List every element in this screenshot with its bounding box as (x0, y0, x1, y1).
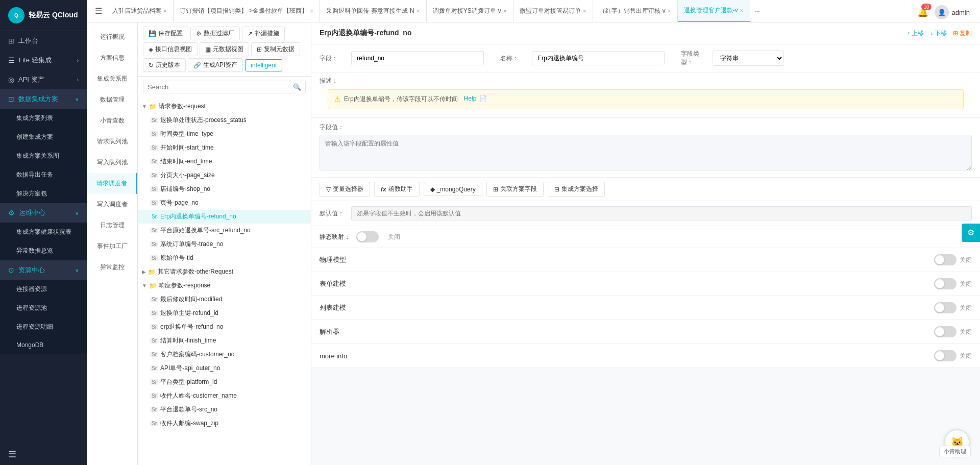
tree-node-response[interactable]: ▼ 📁 响应参数-response (138, 279, 311, 292)
help-link[interactable]: Help (464, 95, 477, 102)
field-display-name-input[interactable] (532, 51, 665, 65)
nav-data-management[interactable]: 数据管理 (87, 89, 137, 110)
close-icon[interactable]: × (740, 7, 744, 14)
tab-3[interactable]: 采购退料单回传-赛意直接生成-N × (320, 0, 427, 22)
sidebar-item-process-detail[interactable]: 进程资源明细 (0, 317, 87, 336)
nav-write-queue[interactable]: 写入队列池 (87, 152, 137, 173)
sidebar-logo[interactable]: Q 轻易云 QCloud (0, 0, 87, 31)
related-field-button[interactable]: ⊞ 关联方案字段 (486, 182, 544, 197)
sidebar-item-mongodb[interactable]: MongoDB (0, 336, 87, 354)
expand-icon[interactable]: ☰ (8, 449, 16, 459)
search-input[interactable] (148, 83, 293, 91)
tab-5[interactable]: 微盟订单对接管易订单 × (513, 0, 593, 22)
tree-node-trade-no[interactable]: Sr 系统订单编号-trade_no (138, 237, 311, 251)
tree-node-platform-id[interactable]: Sr 平台类型-platform_id (138, 375, 311, 389)
mongo-query-button[interactable]: ◆ _mongoQuery (424, 183, 482, 196)
tree-node-page-no[interactable]: Sr 页号-page_no (138, 196, 311, 210)
generate-api-button[interactable]: 🔗 生成API资产 (188, 58, 243, 72)
func-helper-button[interactable]: fx 函数助手 (374, 182, 420, 197)
tree-node-start-time[interactable]: Sr 开始时间-start_time (138, 141, 311, 155)
tree-node-tid[interactable]: Sr 原始单号-tid (138, 251, 311, 265)
sidebar-item-connectors[interactable]: 连接器资源 (0, 280, 87, 299)
supplement-button[interactable]: ↗ 补漏措施 (242, 27, 285, 40)
up-button[interactable]: ↑ 上移 (907, 29, 924, 38)
tab-1[interactable]: 入驻店通货品档案 × (106, 0, 174, 22)
tree-node-customer-no[interactable]: Sr 客户档案编码-customer_no (138, 348, 311, 361)
nav-request-adjuster[interactable]: 请求调度者 (87, 173, 137, 194)
tree-node-time-type[interactable]: Sr 时间类型-time_type (138, 127, 311, 141)
sidebar-item-integration-list[interactable]: 集成方案列表 (0, 109, 87, 128)
nav-integration-view[interactable]: 集成关系图 (87, 68, 137, 89)
tree-node-src-refund-no[interactable]: Sr 平台原始退换单号-src_refund_no (138, 224, 311, 237)
tree-node-erp-refund-no[interactable]: Sr erp退换单号-refund_no (138, 320, 311, 334)
nav-overview[interactable]: 运行概况 (87, 27, 137, 47)
more-tabs-icon[interactable]: ··· (750, 3, 764, 19)
tree-node-process-status[interactable]: Sr 退换单处理状态-process_status (138, 113, 311, 127)
down-button[interactable]: ↓ 下移 (930, 29, 947, 38)
save-config-button[interactable]: 💾 保存配置 (143, 27, 188, 40)
nav-request-queue[interactable]: 请求队列池 (87, 131, 137, 152)
tree-node-other-request[interactable]: ▶ 📁 其它请求参数-otherRequest (138, 265, 311, 279)
tree-node-src-no[interactable]: Sr 平台退款单号-src_no (138, 403, 311, 417)
list-model-toggle[interactable] (934, 302, 957, 313)
default-value-input[interactable] (351, 206, 972, 221)
nav-event-factory[interactable]: 事件加工厂 (87, 236, 137, 257)
tab-2[interactable]: 订钉报销【项目报销类】->金蝶付款单【班西】 × (174, 0, 320, 22)
interface-view-button[interactable]: ◈ 接口信息视图 (143, 42, 198, 56)
sidebar-item-solution-pkg[interactable]: 解决方案包 (0, 184, 87, 203)
sidebar-item-process-pool[interactable]: 进程资源池 (0, 299, 87, 317)
help-doc-icon[interactable]: 📄 (479, 95, 487, 102)
tree-node-swap-zip[interactable]: Sr 收件人邮编-swap_zip (138, 417, 311, 430)
user-info[interactable]: 👤 admin (935, 5, 970, 19)
tree-node-modified[interactable]: Sr 最后修改时间-modified (138, 292, 311, 306)
tab-6[interactable]: （红字）销售出库审核-v × (593, 0, 678, 22)
tree-node-api-outer-no[interactable]: Sr API单号-api_outer_no (138, 361, 311, 375)
tab-7[interactable]: 退换管理客户退款-v × (678, 0, 750, 22)
nav-solution-info[interactable]: 方案信息 (87, 47, 137, 68)
sidebar-item-create-integration[interactable]: 创建集成方案 (0, 128, 87, 146)
settings-gear-button[interactable]: ⚙ (962, 224, 980, 242)
history-button[interactable]: ↻ 历史版本 (143, 58, 186, 72)
physical-model-toggle[interactable] (934, 254, 957, 265)
integration-select-button[interactable]: ⊟ 集成方案选择 (548, 182, 605, 197)
tree-node-refund-id[interactable]: Sr 退换单主键-refund_id (138, 306, 311, 320)
sidebar-item-ops[interactable]: ⚙ 运维中心 ∨ (0, 203, 87, 223)
sidebar-item-anomaly[interactable]: 异常数据总览 (0, 241, 87, 260)
sidebar-item-data-integration[interactable]: ⊡ 数据集成方案 ∨ (0, 89, 87, 109)
var-selector-button[interactable]: ▽ 变量选择器 (320, 182, 370, 197)
nav-log-management[interactable]: 日志管理 (87, 215, 137, 236)
sidebar-item-resource[interactable]: ⊙ 资源中心 ∨ (0, 260, 87, 280)
sidebar-item-workbench[interactable]: ⊞ 工作台 (0, 31, 87, 51)
sidebar-item-lite[interactable]: ☰ Lite 轻集成 › (0, 51, 87, 70)
close-icon[interactable]: × (503, 8, 507, 15)
static-map-toggle[interactable] (356, 231, 379, 242)
sidebar-item-data-export[interactable]: 数据导出任务 (0, 165, 87, 184)
tab-4[interactable]: 调拨单对接YS调拨订单-v × (427, 0, 513, 22)
close-icon[interactable]: × (163, 8, 167, 15)
tree-node-finish-time[interactable]: Sr 结算时间-finish_time (138, 334, 311, 348)
tree-node-refund-no[interactable]: Sr Erp内退换单编号-refund_no (138, 210, 311, 224)
hamburger-icon[interactable]: ☰ (91, 2, 106, 20)
meta-view-button[interactable]: ▦ 元数据视图 (200, 42, 249, 56)
nav-anomaly-monitor[interactable]: 异常监控 (87, 257, 137, 278)
sidebar-item-api[interactable]: ◎ API 资产 › (0, 70, 87, 89)
nav-write-adjuster[interactable]: 写入调度者 (87, 194, 137, 215)
tree-node-shop-no[interactable]: Sr 店铺编号-shop_no (138, 182, 311, 196)
field-type-select[interactable]: 字符串 (713, 51, 784, 66)
parser-toggle[interactable] (934, 326, 957, 337)
tree-node-page-size[interactable]: Sr 分页大小-page_size (138, 168, 311, 182)
field-name-input[interactable] (351, 51, 484, 65)
form-model-toggle[interactable] (934, 278, 957, 289)
field-value-input[interactable] (320, 135, 972, 170)
nav-xiao-qing[interactable]: 小青查数 (87, 110, 137, 131)
tree-node-customer-name[interactable]: Sr 收件人姓名-customer_name (138, 389, 311, 403)
intelligent-button[interactable]: intelligent (245, 59, 282, 71)
close-icon[interactable]: × (583, 8, 586, 15)
copy-data-button[interactable]: ⊞ 复制元数据 (251, 42, 300, 56)
close-icon[interactable]: × (416, 8, 420, 15)
close-icon[interactable]: × (668, 8, 671, 15)
sidebar-item-integration-relation[interactable]: 集成方案关系图 (0, 146, 87, 165)
sidebar-item-health-status[interactable]: 集成方案健康状况表 (0, 223, 87, 241)
close-icon[interactable]: × (310, 8, 313, 15)
data-filter-button[interactable]: ⚙ 数据过滤厂 (190, 27, 240, 40)
